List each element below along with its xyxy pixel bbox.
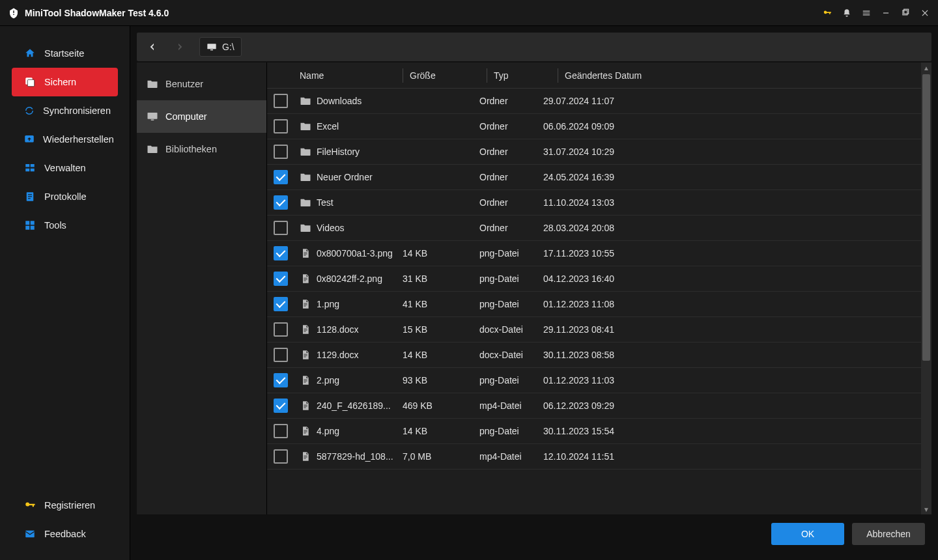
sidebar-item-logs[interactable]: Protokolle <box>12 182 118 211</box>
close-icon[interactable] <box>920 8 930 18</box>
path-text: G:\ <box>222 42 234 52</box>
sidebar-item-tools[interactable]: Tools <box>12 211 118 240</box>
file-date: 01.12.2023 11:03 <box>543 375 931 385</box>
file-date: 04.12.2023 16:40 <box>543 273 931 284</box>
tree-item[interactable]: Bibliotheken <box>137 133 266 165</box>
scroll-thumb[interactable] <box>922 74 930 361</box>
file-row[interactable]: ExcelOrdner06.06.2024 09:09 <box>267 114 931 139</box>
file-checkbox[interactable] <box>274 373 288 387</box>
file-row[interactable]: 0x80242ff-2.png31 KBpng-Datei04.12.2023 … <box>267 266 931 292</box>
ok-button[interactable]: OK <box>771 523 844 545</box>
svg-rect-39 <box>304 381 307 382</box>
file-size: 7,0 MB <box>403 451 479 462</box>
file-row[interactable]: VideosOrdner28.03.2024 20:08 <box>267 216 931 241</box>
tools-icon <box>23 219 36 232</box>
scrollbar[interactable]: ▲ ▼ <box>921 63 931 514</box>
svg-rect-36 <box>304 356 307 356</box>
file-type: png-Datei <box>479 299 543 309</box>
bell-icon[interactable] <box>842 8 852 18</box>
file-row[interactable]: Neuer OrdnerOrdner24.05.2024 16:39 <box>267 165 931 190</box>
svg-rect-45 <box>304 432 307 432</box>
file-checkbox[interactable] <box>274 272 288 286</box>
tree-item[interactable]: Computer <box>137 100 266 133</box>
nav-back-icon[interactable] <box>145 39 160 55</box>
scroll-up-icon[interactable]: ▲ <box>921 63 931 73</box>
key-icon[interactable] <box>822 8 832 18</box>
file-checkbox[interactable] <box>274 195 288 210</box>
sidebar-item-label: Verwalten <box>44 163 86 173</box>
file-row[interactable]: DownloadsOrdner29.07.2024 11:07 <box>267 89 931 114</box>
file-checkbox[interactable] <box>274 145 288 159</box>
svg-rect-32 <box>304 329 307 329</box>
file-checkbox[interactable] <box>274 221 288 235</box>
svg-rect-27 <box>304 279 307 280</box>
path-toolbar: G:\ <box>137 33 931 61</box>
svg-rect-0 <box>883 12 888 13</box>
column-size[interactable]: Größe <box>410 70 487 81</box>
maximize-icon[interactable] <box>900 8 911 18</box>
menu-icon[interactable] <box>861 8 872 18</box>
column-date[interactable]: Geändertes Datum <box>565 70 931 81</box>
svg-rect-40 <box>304 382 306 383</box>
cancel-button[interactable]: Abbrechen <box>852 523 925 545</box>
file-row[interactable]: 1.png41 KBpng-Datei01.12.2023 11:08 <box>267 292 931 317</box>
file-type: png-Datei <box>479 248 543 259</box>
file-row[interactable]: FileHistoryOrdner31.07.2024 10:29 <box>267 139 931 165</box>
file-checkbox[interactable] <box>274 348 288 362</box>
file-size: 469 KB <box>403 400 479 411</box>
column-name[interactable]: Name <box>300 70 403 81</box>
file-checkbox[interactable] <box>274 322 288 337</box>
file-row[interactable]: 5877829-hd_108...7,0 MBmp4-Datei12.10.20… <box>267 444 931 469</box>
file-date: 17.11.2023 10:55 <box>543 248 931 259</box>
file-row[interactable]: 1129.docx14 KBdocx-Datei30.11.2023 08:58 <box>267 343 931 368</box>
file-type: png-Datei <box>479 273 543 284</box>
sidebar-item-manage[interactable]: Verwalten <box>12 154 118 182</box>
minimize-icon[interactable] <box>881 8 891 18</box>
file-checkbox[interactable] <box>274 246 288 260</box>
file-checkbox[interactable] <box>274 449 288 464</box>
file-date: 24.05.2024 16:39 <box>543 172 931 182</box>
file-row[interactable]: 4.png14 KBpng-Datei30.11.2023 15:54 <box>267 419 931 444</box>
file-checkbox[interactable] <box>274 119 288 133</box>
file-checkbox[interactable] <box>274 399 288 413</box>
svg-rect-17 <box>31 226 35 230</box>
sidebar-item-restore[interactable]: Wiederherstellen <box>12 125 118 154</box>
svg-rect-20 <box>210 49 213 50</box>
key-icon <box>23 499 36 512</box>
file-date: 29.07.2024 11:07 <box>543 96 931 106</box>
file-checkbox[interactable] <box>274 297 288 311</box>
sidebar-item-key[interactable]: Registrieren <box>12 491 118 520</box>
sidebar-item-mail[interactable]: Feedback <box>12 520 118 548</box>
sidebar-item-sync[interactable]: Synchronisieren <box>12 96 118 125</box>
file-icon <box>300 400 311 412</box>
file-date: 06.12.2023 09:29 <box>543 400 931 411</box>
path-box[interactable]: G:\ <box>199 37 242 57</box>
sidebar-item-home[interactable]: Startseite <box>12 39 118 68</box>
file-checkbox[interactable] <box>274 94 288 108</box>
tree-item[interactable]: Benutzer <box>137 68 266 100</box>
file-row[interactable]: 1128.docx15 KBdocx-Datei29.11.2023 08:41 <box>267 317 931 343</box>
file-type: Ordner <box>479 121 543 132</box>
file-row[interactable]: TestOrdner11.10.2024 13:03 <box>267 190 931 216</box>
folder-icon <box>300 146 311 158</box>
folder-icon <box>146 78 159 90</box>
folder-icon <box>300 95 311 107</box>
tree-panel: BenutzerComputerBibliotheken <box>137 63 267 514</box>
file-size: 31 KB <box>403 273 479 284</box>
column-type[interactable]: Typ <box>494 70 558 81</box>
sidebar-item-backup[interactable]: Sichern <box>12 68 118 96</box>
svg-rect-1 <box>903 10 907 14</box>
file-row[interactable]: 0x800700a1-3.png14 KBpng-Datei17.11.2023… <box>267 241 931 266</box>
svg-rect-43 <box>304 408 306 408</box>
file-name: 4.png <box>317 426 403 436</box>
mail-icon <box>23 527 36 540</box>
file-row[interactable]: 240_F_4626189...469 KBmp4-Datei06.12.202… <box>267 393 931 419</box>
scroll-down-icon[interactable]: ▼ <box>921 504 931 514</box>
file-row[interactable]: 2.png93 KBpng-Datei01.12.2023 11:03 <box>267 368 931 393</box>
file-checkbox[interactable] <box>274 424 288 438</box>
svg-rect-22 <box>151 120 154 121</box>
file-size: 93 KB <box>403 375 479 385</box>
file-icon <box>300 451 311 462</box>
svg-rect-33 <box>304 330 307 331</box>
file-checkbox[interactable] <box>274 170 288 184</box>
